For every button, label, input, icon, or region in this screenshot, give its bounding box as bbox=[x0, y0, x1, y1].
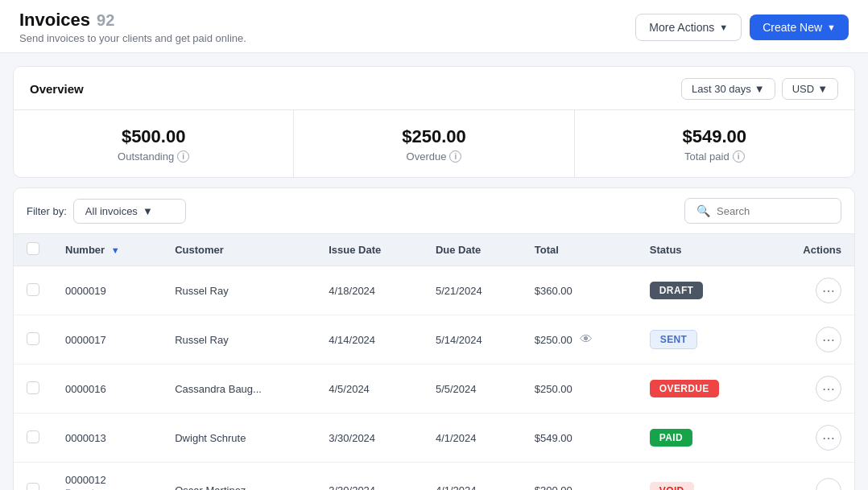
create-new-button[interactable]: Create New ▼ bbox=[750, 14, 849, 40]
row-actions-button[interactable]: ⋯ bbox=[816, 376, 841, 401]
overview-stats: $500.00 Outstanding i $250.00 Overdue i … bbox=[14, 110, 854, 177]
column-customer: Customer bbox=[162, 234, 316, 266]
cell-due-date: 4/1/2024 bbox=[423, 414, 522, 463]
overdue-amount: $250.00 bbox=[402, 126, 466, 147]
row-checkbox-1[interactable] bbox=[27, 332, 39, 345]
cell-total: $300.00 bbox=[522, 463, 637, 491]
header-left: Invoices 92 Send invoices to your client… bbox=[19, 10, 246, 44]
cell-number: 0000016 bbox=[52, 364, 162, 414]
row-checkbox-2[interactable] bbox=[27, 381, 39, 394]
stat-outstanding: $500.00 Outstanding i bbox=[14, 110, 293, 177]
header-actions: More Actions ▼ Create New ▼ bbox=[635, 14, 849, 41]
table-row: 0000012Recurring1 of 4Oscar Martinez3/30… bbox=[14, 463, 854, 491]
table-row: 0000017Russel Ray4/14/20245/14/2024$250.… bbox=[14, 315, 854, 364]
cell-customer: Russel Ray bbox=[162, 315, 316, 364]
column-number: Number ▼ bbox=[52, 234, 162, 266]
filter-chevron-icon: ▼ bbox=[143, 205, 153, 217]
more-actions-button[interactable]: More Actions ▼ bbox=[635, 14, 742, 41]
cell-customer: Dwight Schrute bbox=[162, 414, 316, 463]
cell-customer: Russel Ray bbox=[162, 266, 316, 315]
page-title: Invoices bbox=[19, 10, 90, 31]
search-input[interactable] bbox=[717, 205, 829, 217]
create-new-chevron-icon: ▼ bbox=[827, 23, 836, 32]
filter-select[interactable]: All invoices ▼ bbox=[73, 199, 186, 224]
cell-actions: ⋯ bbox=[767, 266, 854, 315]
column-total: Total bbox=[522, 234, 637, 266]
header-title-group: Invoices 92 bbox=[19, 10, 246, 31]
column-issue-date: Issue Date bbox=[316, 234, 423, 266]
overview-controls: Last 30 days ▼ USD ▼ bbox=[681, 78, 838, 100]
overdue-label: Overdue i bbox=[407, 150, 462, 163]
filter-label: Filter by: bbox=[27, 205, 67, 217]
total-paid-amount: $549.00 bbox=[683, 126, 747, 147]
cell-customer: Cassandra Baug... bbox=[162, 364, 316, 414]
invoice-count: 92 bbox=[97, 11, 114, 30]
column-due-date: Due Date bbox=[423, 234, 522, 266]
cell-issue-date: 3/30/2024 bbox=[316, 414, 423, 463]
total-paid-label: Total paid i bbox=[684, 150, 745, 163]
more-actions-chevron-icon: ▼ bbox=[719, 23, 728, 32]
outstanding-info-icon[interactable]: i bbox=[177, 150, 189, 163]
cell-status: PAID bbox=[637, 414, 767, 463]
cell-due-date: 5/21/2024 bbox=[423, 266, 522, 315]
row-actions-button[interactable]: ⋯ bbox=[816, 278, 841, 303]
column-actions: Actions bbox=[767, 234, 854, 266]
cell-due-date: 4/1/2024 bbox=[423, 463, 522, 491]
cell-customer: Oscar Martinez bbox=[162, 463, 316, 491]
column-status: Status bbox=[637, 234, 767, 266]
table-section: Filter by: All invoices ▼ 🔍 Number ▼ Cus… bbox=[13, 187, 855, 490]
cell-issue-date: 4/14/2024 bbox=[316, 315, 423, 364]
cell-status: OVERDUE bbox=[637, 364, 767, 414]
cell-actions: ⋯ bbox=[767, 315, 854, 364]
overdue-info-icon[interactable]: i bbox=[449, 150, 461, 163]
period-chevron-icon: ▼ bbox=[754, 83, 765, 95]
cell-issue-date: 4/5/2024 bbox=[316, 364, 423, 414]
status-badge: VOID bbox=[650, 482, 694, 491]
row-actions-button[interactable]: ⋯ bbox=[816, 327, 841, 352]
search-icon: 🔍 bbox=[696, 204, 710, 217]
status-badge: OVERDUE bbox=[650, 380, 719, 397]
status-badge: DRAFT bbox=[650, 282, 703, 299]
overview-header: Overview Last 30 days ▼ USD ▼ bbox=[14, 67, 854, 110]
cell-issue-date: 3/30/2024 bbox=[316, 463, 423, 491]
cell-due-date: 5/5/2024 bbox=[423, 364, 522, 414]
cell-status: DRAFT bbox=[637, 266, 767, 315]
outstanding-amount: $500.00 bbox=[122, 126, 186, 147]
overview-section: Overview Last 30 days ▼ USD ▼ $500.00 Ou… bbox=[13, 66, 855, 178]
row-checkbox-3[interactable] bbox=[27, 430, 39, 443]
page-subtitle: Send invoices to your clients and get pa… bbox=[19, 32, 246, 44]
table-filters: Filter by: All invoices ▼ 🔍 bbox=[14, 188, 854, 234]
total-paid-info-icon[interactable]: i bbox=[733, 150, 745, 163]
status-badge: SENT bbox=[650, 330, 697, 349]
period-select[interactable]: Last 30 days ▼ bbox=[681, 78, 775, 100]
stat-total-paid: $549.00 Total paid i bbox=[574, 110, 854, 177]
status-badge: PAID bbox=[650, 429, 692, 447]
page-header: Invoices 92 Send invoices to your client… bbox=[0, 0, 868, 53]
cell-total: $250.00 👁 bbox=[522, 315, 637, 364]
table-body: 0000019Russel Ray4/18/20245/21/2024$360.… bbox=[14, 266, 854, 491]
cell-actions: ⋯ bbox=[767, 414, 854, 463]
table-header: Number ▼ Customer Issue Date Due Date To… bbox=[14, 234, 854, 266]
number-sort-icon: ▼ bbox=[111, 245, 120, 255]
table-row: 0000019Russel Ray4/18/20245/21/2024$360.… bbox=[14, 266, 854, 315]
cell-total: $250.00 bbox=[522, 364, 637, 414]
table-row: 0000016Cassandra Baug...4/5/20245/5/2024… bbox=[14, 364, 854, 414]
cell-number: 0000017 bbox=[52, 315, 162, 364]
row-actions-button[interactable]: ⋯ bbox=[816, 425, 841, 451]
row-actions-button[interactable]: ⋯ bbox=[816, 478, 841, 491]
cell-number: 0000019 bbox=[52, 266, 162, 315]
currency-select[interactable]: USD ▼ bbox=[782, 78, 838, 100]
cell-issue-date: 4/18/2024 bbox=[316, 266, 423, 315]
cell-total: $360.00 bbox=[522, 266, 637, 315]
cell-status: VOID bbox=[637, 463, 767, 491]
search-box: 🔍 bbox=[684, 198, 841, 224]
cell-actions: ⋯ bbox=[767, 463, 854, 491]
row-checkbox-0[interactable] bbox=[27, 283, 39, 296]
invoices-table: Number ▼ Customer Issue Date Due Date To… bbox=[14, 234, 854, 490]
select-all-checkbox[interactable] bbox=[27, 242, 39, 255]
row-checkbox-4[interactable] bbox=[27, 483, 39, 490]
cell-total: $549.00 bbox=[522, 414, 637, 463]
table-row: 0000013Dwight Schrute3/30/20244/1/2024$5… bbox=[14, 414, 854, 463]
cell-status: SENT bbox=[637, 315, 767, 364]
cell-actions: ⋯ bbox=[767, 364, 854, 414]
